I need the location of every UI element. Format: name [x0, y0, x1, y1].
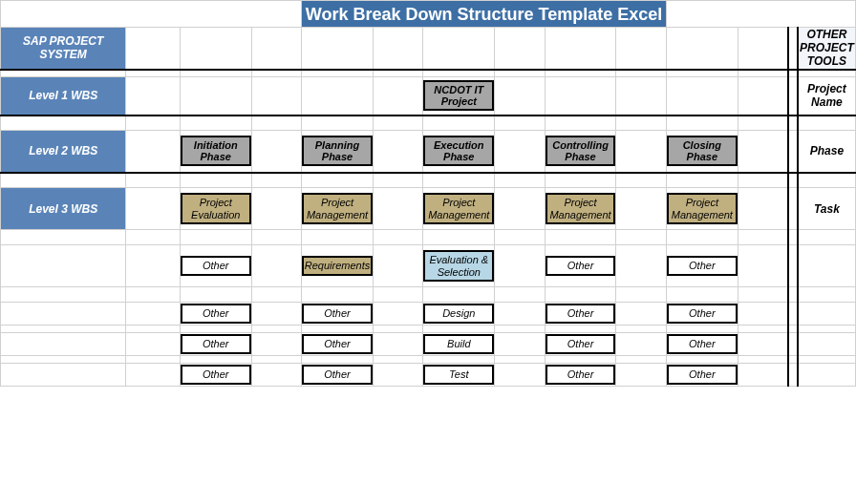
phase-execution[interactable]: Execution Phase	[423, 136, 494, 166]
task-test[interactable]: Test	[423, 365, 494, 384]
grid: Work Break Down Structure Template Excel…	[0, 0, 856, 387]
task-pm-2[interactable]: Project Management	[302, 193, 373, 223]
phase-controlling[interactable]: Controlling Phase	[546, 136, 616, 166]
label-level2: Level 2 WBS	[1, 131, 126, 173]
task-e4[interactable]: Other	[546, 365, 616, 384]
task-d4[interactable]: Other	[546, 334, 616, 353]
wbs-ncdot[interactable]: NCDOT IT Project	[423, 80, 494, 111]
task-c2[interactable]: Other	[302, 304, 373, 323]
task-pm-4[interactable]: Project Management	[546, 193, 616, 223]
task-d2[interactable]: Other	[302, 334, 373, 353]
task-e2[interactable]: Other	[302, 365, 373, 384]
task-e5[interactable]: Other	[667, 365, 738, 384]
phase-planning[interactable]: Planning Phase	[302, 136, 373, 166]
task-d1[interactable]: Other	[181, 334, 251, 353]
task-c1[interactable]: Other	[181, 304, 251, 323]
phase-initiation[interactable]: Initiation Phase	[181, 136, 251, 166]
phase-closing[interactable]: Closing Phase	[667, 136, 738, 166]
task-d5[interactable]: Other	[667, 334, 738, 353]
task-eval-select[interactable]: Evaluation & Selection	[423, 250, 494, 281]
task-other-b1[interactable]: Other	[181, 256, 251, 275]
header-sap: SAP PROJECT SYSTEM	[1, 28, 126, 70]
task-pm-3[interactable]: Project Management	[423, 193, 494, 223]
task-c5[interactable]: Other	[667, 304, 738, 323]
label-task: Task	[798, 188, 856, 230]
task-other-b4[interactable]: Other	[546, 256, 616, 275]
label-project-name: Project Name	[798, 77, 856, 116]
header-other-tools: OTHER PROJECT TOOLS	[798, 28, 856, 70]
task-e1[interactable]: Other	[181, 365, 251, 384]
task-design[interactable]: Design	[423, 304, 494, 323]
task-eval[interactable]: Project Evaluation	[181, 193, 251, 223]
page-title: Work Break Down Structure Template Excel	[302, 1, 667, 28]
task-requirements[interactable]: Requirements	[302, 256, 373, 275]
task-build[interactable]: Build	[423, 334, 494, 353]
label-phase: Phase	[798, 131, 856, 173]
task-pm-5[interactable]: Project Management	[667, 193, 738, 223]
label-level3: Level 3 WBS	[1, 188, 126, 230]
task-other-b5[interactable]: Other	[667, 256, 738, 275]
task-c4[interactable]: Other	[546, 304, 616, 323]
wbs-spreadsheet: Work Break Down Structure Template Excel…	[0, 0, 856, 504]
label-level1: Level 1 WBS	[1, 77, 126, 116]
